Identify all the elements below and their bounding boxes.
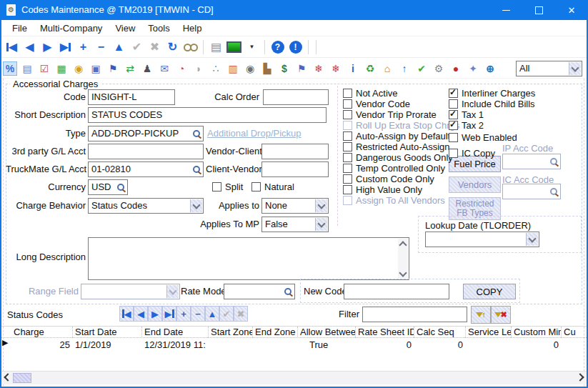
grid-delete-icon[interactable]: − [191,306,205,322]
menu-help[interactable]: Help [176,20,209,36]
currency-field[interactable]: USD [88,179,128,195]
applies-to-mp-select[interactable]: False [261,217,329,232]
delete-record-icon[interactable]: − [92,39,110,56]
network2-icon[interactable]: ❄ [329,61,343,76]
last-record-icon[interactable]: ▶ [56,39,74,56]
approve-icon[interactable]: ✔ [414,61,429,76]
first-record-icon[interactable]: ◀ [3,39,21,56]
about-icon[interactable]: ! [286,39,304,56]
column-header-rate-sheet-id[interactable]: Rate Sheet ID [356,327,414,338]
minimize-button[interactable] [489,0,522,20]
recycle-icon[interactable]: ♻ [363,61,377,76]
scroll-up-icon[interactable] [398,239,408,249]
insert-record-icon[interactable]: + [74,39,92,56]
money-bag-icon[interactable]: ◉ [71,61,86,76]
grid-next-icon[interactable]: ▶ [148,306,162,322]
network-icon[interactable]: ❄ [312,61,326,76]
restricted-auto-assign-checkbox[interactable] [343,142,352,151]
short-description-field[interactable]: STATUS CODES [88,107,327,123]
print-icon[interactable]: ▤ [207,39,225,56]
applies-to-mp-dropdown-button[interactable] [315,218,327,231]
maximize-button[interactable] [522,0,555,20]
clear-filter-button[interactable]: ✖ [491,306,511,324]
natural-checkbox[interactable] [251,182,261,191]
vendor-trip-prorate-checkbox[interactable] [343,110,352,119]
flag2-icon[interactable]: ⚑ [294,61,309,76]
charge-behavior-select[interactable]: Status Codes [88,198,204,214]
not-active-checkbox[interactable] [343,89,352,98]
accessorial-charges-icon[interactable]: % [3,61,17,76]
mail-icon[interactable]: ✉ [157,61,171,76]
calendar-icon[interactable]: ▥ [226,61,240,76]
third-party-gl-field[interactable] [88,144,204,159]
home-icon[interactable]: ⌂ [380,61,394,76]
column-header-end-zone[interactable]: End Zone [253,327,298,338]
currency-lookup-button[interactable] [115,182,126,192]
dangerous-goods-only-checkbox[interactable] [343,153,352,162]
chart-icon[interactable]: ▦ [54,61,69,76]
split-checkbox[interactable] [212,182,221,191]
car-icon[interactable]: ● [449,61,463,76]
grid-last-icon[interactable]: ▶ [162,306,176,322]
gears-icon[interactable]: ⚙ [432,61,446,76]
grid-row[interactable]: 251/1/201912/31/2019 11:True000 [0,339,588,351]
invoice-icon[interactable]: $ [277,61,291,76]
column-header-cu[interactable]: Cu [562,327,588,338]
post-edit-icon[interactable]: ✔ [128,39,146,56]
globe-icon[interactable]: ⊕ [483,61,497,76]
ic-copy-checkbox[interactable] [449,149,458,158]
codes-list-icon[interactable]: ▤ [20,61,34,76]
type-field[interactable]: ADD-DROP-PICKUP [88,126,204,141]
help-icon[interactable]: ? [269,39,286,56]
long-description-scrollbar[interactable] [398,239,408,279]
column-header-end-date[interactable]: End Date [142,327,209,338]
checklist-icon[interactable]: ☑ [37,61,51,76]
copy-button[interactable]: COPY [463,284,516,299]
filter-input[interactable] [362,307,467,322]
scrollbar-thumb[interactable] [13,373,31,383]
apply-filter-button[interactable]: ↑ [471,306,491,324]
vendor-code-checkbox[interactable] [343,99,352,109]
category-filter-dropdown-button[interactable] [569,62,581,75]
monitor-icon[interactable] [225,39,243,56]
driver-icon[interactable]: ♟ [140,61,154,76]
column-header-calc-seq[interactable]: Calc Seq [414,327,466,338]
column-header-service-leve[interactable]: Service Leve [466,327,512,338]
grid-edit-icon[interactable]: ▲ [205,306,219,322]
gauge-icon[interactable]: ◔ [174,61,189,76]
type-lookup-button[interactable] [191,129,201,139]
high-value-only-checkbox[interactable] [343,185,352,194]
column-header-charge[interactable]: Charge [11,327,73,338]
temp-controlled-only-checkbox[interactable] [343,164,352,173]
edit-record-icon[interactable]: ▲ [110,39,128,56]
category-filter-select[interactable]: All [516,61,582,76]
auto-assign-by-default-checkbox[interactable] [343,131,352,141]
web-enabled-checkbox[interactable] [449,133,458,142]
truckmate-gl-lookup-button[interactable] [191,164,201,174]
horizontal-scrollbar[interactable] [0,371,588,384]
copy-codes-icon[interactable]: ▣ [89,61,103,76]
calc-order-field[interactable] [263,89,329,105]
flag-icon[interactable]: ⚑ [106,61,120,76]
org-chart-icon[interactable]: ∴ [209,61,223,76]
grid-first-icon[interactable]: ◀ [119,306,134,322]
transfer-icon[interactable]: ⇄ [123,61,137,76]
scroll-down-icon[interactable] [398,269,408,279]
vendor-client-field[interactable] [261,144,329,159]
refresh-icon[interactable]: ↻ [164,39,181,56]
cancel-edit-icon[interactable]: ✖ [146,39,164,56]
prior-record-icon[interactable]: ◀ [21,39,39,56]
propeller-icon[interactable]: ✦ [466,61,480,76]
column-header-custom-min[interactable]: Custom Min [512,327,562,338]
include-child-bills-checkbox[interactable] [449,99,458,109]
grid-prior-icon[interactable]: ◀ [134,306,148,322]
scroll-left-icon[interactable] [1,373,11,383]
applies-to-dropdown-button[interactable] [315,199,327,212]
shoe-icon[interactable]: ◗ [191,61,206,76]
custom-code-only-checkbox[interactable] [343,174,352,184]
menu-multi-company[interactable]: Multi-Company [34,20,109,36]
grid-insert-icon[interactable]: + [176,306,191,322]
rate-mode-lookup-button[interactable] [282,287,293,297]
factory-icon[interactable]: ▙ [260,61,274,76]
rate-mode-field[interactable] [224,284,295,299]
